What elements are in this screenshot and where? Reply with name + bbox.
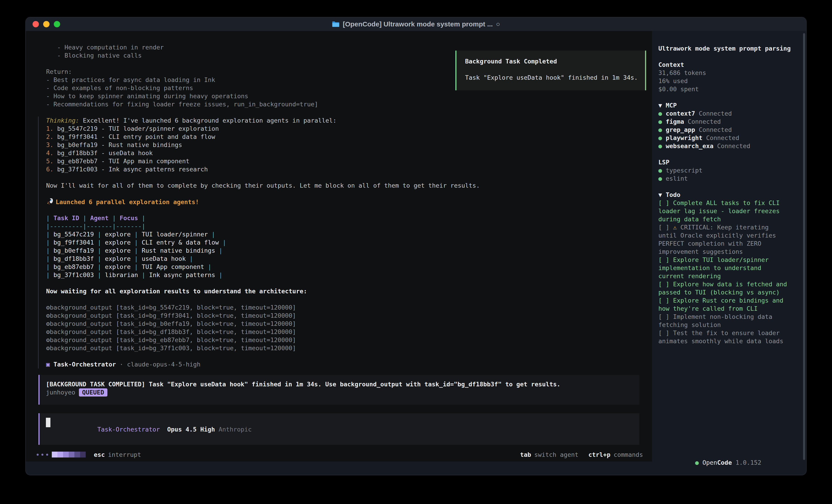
collapse-icon: ▼ bbox=[658, 102, 662, 109]
spinner-dots-icon bbox=[36, 454, 48, 456]
terminal-line bbox=[46, 352, 645, 360]
terminal-flow: - Heavy computation in render - Blocking… bbox=[26, 44, 645, 445]
mcp-item: ● grep_app Connected bbox=[658, 126, 787, 134]
model-name: Opus 4.5 High bbox=[160, 426, 215, 433]
session-title: Ultrawork mode system prompt parsing bbox=[658, 45, 787, 53]
lsp-name: eslint bbox=[666, 175, 688, 182]
provider-name: Anthropic bbox=[215, 426, 252, 433]
window-title: [OpenCode] Ultrawork mode system prompt … bbox=[26, 18, 806, 31]
terminal-line: ▣ Task-Orchestrator · claude-opus-4-5-hi… bbox=[46, 360, 645, 368]
titlebar[interactable]: [OpenCode] Ultrawork mode system prompt … bbox=[26, 18, 806, 31]
terminal-line: | bg_eb87ebb7 | explore | TUI App compon… bbox=[46, 263, 645, 271]
assistant-message-block: Thinking: Excellent! I've launched 6 bac… bbox=[38, 116, 645, 368]
terminal-line: ⚙background_output [task_id=bg_b0effa19,… bbox=[46, 320, 645, 328]
todo-item: [ ] Implement non-blocking data fetching… bbox=[658, 313, 787, 329]
connected-dot-icon: ● bbox=[658, 134, 666, 141]
mcp-status: Connected bbox=[684, 118, 721, 125]
mcp-name: websearch_exa bbox=[666, 142, 713, 149]
todo-item: [ ] Complete ALL tasks to fix CLI loader… bbox=[658, 199, 787, 223]
context-tokens: 31,686 tokens bbox=[658, 69, 787, 77]
todo-text: Explore TUI loader/spinner implementatio… bbox=[658, 256, 772, 280]
terminal-line: | bg_b0effa19 | explore | Rust native bi… bbox=[46, 247, 645, 255]
terminal-line: Now waiting for all exploration results … bbox=[46, 287, 645, 296]
context-used: 16% used bbox=[658, 77, 787, 85]
todo-checkbox: [ ] bbox=[658, 199, 673, 206]
lsp-section-header: LSP bbox=[658, 158, 787, 166]
todo-text: Complete ALL tasks to fix CLI loader lag… bbox=[658, 199, 783, 223]
connected-dot-icon: ● bbox=[658, 167, 666, 174]
lsp-item: ● typescript bbox=[658, 166, 787, 174]
todo-text: Implement non-blocking data fetching sol… bbox=[658, 313, 776, 328]
connected-dot-icon: ● bbox=[658, 110, 666, 117]
todo-checkbox: [ ] bbox=[658, 313, 673, 320]
progress-wave-icon bbox=[52, 452, 86, 457]
queued-message-text: [BACKGROUND TASK COMPLETED] Task "Explor… bbox=[46, 380, 640, 388]
mcp-name: playwright bbox=[666, 134, 703, 141]
context-spent: $0.00 spent bbox=[658, 85, 787, 93]
terminal-line: 2. bg_f9ff3041 - CLI entry point and dat… bbox=[46, 133, 645, 141]
esc-key-label: interrupt bbox=[108, 451, 141, 458]
terminal-line: 3. bg_b0effa19 - Rust native bindings bbox=[46, 141, 645, 149]
todo-item: [ ] Explore TUI loader/spinner implement… bbox=[658, 256, 787, 280]
terminal-line: ⚙background_output [task_id=bg_df18bb3f,… bbox=[46, 328, 645, 336]
folder-icon bbox=[332, 21, 340, 27]
queued-user: junhoyeo bbox=[46, 389, 75, 396]
mcp-item: ● websearch_exa Connected bbox=[658, 142, 787, 150]
todo-text: Explore Rust core bindings and how they'… bbox=[658, 297, 787, 312]
todo-text: Explore how data is fetched and passed t… bbox=[658, 281, 790, 296]
tab-key-hint: tab bbox=[520, 451, 531, 458]
todo-checkbox: [ ] bbox=[658, 330, 673, 336]
mcp-item: ● context7 Connected bbox=[658, 110, 787, 118]
rocket-icon bbox=[46, 198, 53, 205]
todo-checkbox: [ ] bbox=[658, 281, 673, 288]
todo-section-header[interactable]: ▼ Todo bbox=[658, 191, 787, 199]
mcp-status: Connected bbox=[713, 142, 750, 149]
terminal-line: | bg_5547c219 | explore | TUI loader/spi… bbox=[46, 230, 645, 239]
connected-dot-icon: ● bbox=[658, 118, 666, 125]
todo-checkbox: [ ] bbox=[658, 224, 673, 231]
mcp-name: grep_app bbox=[666, 126, 695, 133]
ctrlp-key-label: commands bbox=[614, 451, 643, 458]
terminal-line: Now I'll wait for all of them to complet… bbox=[46, 181, 645, 190]
mcp-list: ● context7 Connected● figma Connected● g… bbox=[658, 110, 787, 150]
mcp-status: Connected bbox=[702, 134, 739, 141]
collapse-icon: ▼ bbox=[658, 191, 662, 198]
mcp-status: Connected bbox=[695, 126, 732, 133]
status-bar: esc interrupt tab switch agent ctrl+p co… bbox=[36, 450, 643, 458]
toast-body: Task "Explore useData hook" finished in … bbox=[465, 74, 645, 82]
keybind-hints: tab switch agent ctrl+p commands bbox=[520, 451, 643, 458]
esc-key-hint: esc bbox=[94, 451, 105, 458]
terminal-line: | bg_37f1c003 | librarian | Ink async pa… bbox=[46, 271, 645, 279]
mcp-section-header[interactable]: ▼ MCP bbox=[658, 102, 787, 110]
prompt-input[interactable]: Task-Orchestrator Opus 4.5 High Anthropi… bbox=[38, 413, 640, 445]
terminal-line bbox=[46, 190, 645, 198]
terminal-line: | Task ID | Agent | Focus | bbox=[46, 214, 645, 222]
app-version-footer: ● OpenCode 1.0.152 bbox=[658, 450, 761, 475]
app-version: 1.0.152 bbox=[732, 459, 761, 466]
desktop: [OpenCode] Ultrawork mode system prompt … bbox=[0, 0, 832, 504]
terminal-window: [OpenCode] Ultrawork mode system prompt … bbox=[25, 17, 807, 475]
terminal-line: ⚙background_output [task_id=bg_eb87ebb7,… bbox=[46, 336, 645, 344]
terminal-line: Thinking: Excellent! I've launched 6 bac… bbox=[46, 116, 645, 124]
lsp-item: ● eslint bbox=[658, 174, 787, 183]
connected-dot-icon: ● bbox=[658, 126, 666, 133]
terminal-line: ⚙background_output [task_id=bg_f9ff3041,… bbox=[46, 312, 645, 320]
agent-name: Task-Orchestrator bbox=[98, 426, 160, 433]
todo-item: [ ] Test the fix to ensure loader animat… bbox=[658, 329, 787, 345]
todo-checkbox: [ ] bbox=[658, 297, 673, 304]
mcp-name: figma bbox=[666, 118, 684, 125]
todo-item: [ ] ⚠ CRITICAL: Keep iterating until Ora… bbox=[658, 223, 787, 256]
terminal-line bbox=[46, 296, 645, 304]
terminal-line: ⚙background_output [task_id=bg_5547c219,… bbox=[46, 304, 645, 312]
queued-status-badge: QUEUED bbox=[79, 388, 107, 396]
tab-key-label: switch agent bbox=[534, 451, 578, 458]
main-pane: - Heavy computation in render - Blocking… bbox=[26, 31, 652, 475]
progress-block bbox=[69, 452, 74, 457]
todo-item: [ ] Explore Rust core bindings and how t… bbox=[658, 297, 787, 313]
connected-dot-icon: ● bbox=[658, 175, 666, 182]
mcp-item: ● figma Connected bbox=[658, 118, 787, 126]
mcp-status: Connected bbox=[695, 110, 732, 117]
progress-block bbox=[52, 452, 57, 457]
connected-dot-icon: ● bbox=[658, 142, 666, 149]
scrollbar[interactable] bbox=[803, 33, 805, 460]
